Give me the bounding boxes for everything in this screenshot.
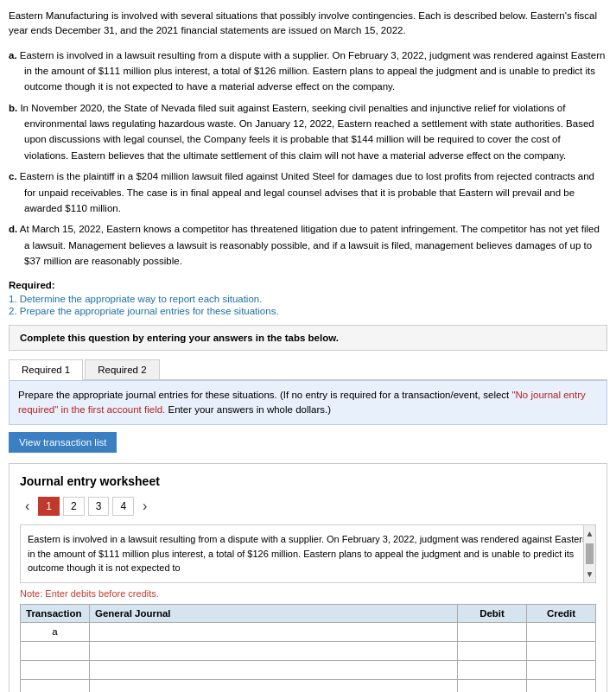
col-header-general-journal: General Journal	[90, 604, 458, 622]
col-header-debit: Debit	[458, 604, 527, 622]
debit-cell-3[interactable]	[458, 660, 527, 679]
credit-input-3[interactable]	[532, 664, 590, 675]
description-text: Eastern is involved in a lawsuit resulti…	[28, 534, 587, 573]
scroll-up-arrow[interactable]: ▲	[584, 525, 595, 542]
credit-input-4[interactable]	[532, 683, 590, 692]
general-journal-input-3[interactable]	[95, 664, 452, 675]
credit-cell-1[interactable]	[527, 622, 596, 641]
page-4-button[interactable]: 4	[112, 497, 134, 516]
situation-b: b. In November 2020, the State of Nevada…	[9, 100, 607, 164]
next-page-button[interactable]: ›	[137, 497, 152, 516]
description-box: Eastern is involved in a lawsuit resulti…	[20, 524, 596, 583]
debit-input-2[interactable]	[463, 645, 521, 656]
intro-paragraph: Eastern Manufacturing is involved with s…	[9, 9, 607, 39]
tabs-row: Required 1 Required 2	[9, 359, 607, 380]
credit-cell-2[interactable]	[527, 641, 596, 660]
credit-input-2[interactable]	[532, 645, 590, 656]
complete-instruction: Complete this question by entering your …	[9, 325, 607, 351]
debit-cell-1[interactable]	[458, 622, 527, 641]
col-header-credit: Credit	[527, 604, 596, 622]
general-journal-input-4[interactable]	[95, 683, 452, 692]
required-item-2: 2. Prepare the appropriate journal entri…	[9, 306, 607, 316]
journal-worksheet: Journal entry worksheet ‹ 1 2 3 4 › East…	[9, 463, 607, 692]
situation-a: a. Eastern is involved in a lawsuit resu…	[9, 48, 607, 95]
situation-c: c. Eastern is the plaintiff in a $204 mi…	[9, 168, 607, 216]
debit-cell-2[interactable]	[458, 641, 527, 660]
debit-input-4[interactable]	[463, 683, 521, 692]
scroll-down-arrow[interactable]: ▼	[584, 566, 595, 582]
tab-required-1[interactable]: Required 1	[9, 359, 83, 380]
page-2-button[interactable]: 2	[63, 497, 85, 516]
required-item-1: 1. Determine the appropriate way to repo…	[9, 294, 607, 304]
scroll-thumb	[586, 543, 594, 564]
col-header-transaction: Transaction	[21, 604, 90, 622]
table-row: a	[21, 622, 596, 641]
table-row	[21, 679, 596, 692]
highlight-text: "No journal entry required" in the first…	[18, 390, 586, 415]
required-title: Required:	[9, 280, 607, 290]
credit-cell-3[interactable]	[527, 660, 596, 679]
required-section: Required: 1. Determine the appropriate w…	[9, 280, 607, 316]
journal-table: Transaction General Journal Debit Credit…	[20, 604, 596, 692]
prev-page-button[interactable]: ‹	[20, 497, 35, 516]
description-scrollbar[interactable]: ▲ ▼	[583, 525, 595, 582]
general-journal-cell-2[interactable]	[90, 641, 458, 660]
debit-cell-4[interactable]	[458, 679, 527, 692]
journal-title: Journal entry worksheet	[20, 474, 596, 488]
general-journal-cell-1[interactable]	[90, 622, 458, 641]
transaction-cell-1: a	[21, 622, 90, 641]
table-row	[21, 660, 596, 679]
transaction-cell-4	[21, 679, 90, 692]
page-1-button[interactable]: 1	[38, 497, 60, 516]
general-journal-cell-3[interactable]	[90, 660, 458, 679]
general-journal-cell-4[interactable]	[90, 679, 458, 692]
debit-input-3[interactable]	[463, 664, 521, 675]
transaction-cell-3	[21, 660, 90, 679]
table-row	[21, 641, 596, 660]
credit-input-1[interactable]	[532, 626, 590, 637]
situation-d: d. At March 15, 2022, Eastern knows a co…	[9, 221, 607, 269]
view-transaction-button[interactable]: View transaction list	[9, 432, 117, 453]
instructions-box: Prepare the appropriate journal entries …	[9, 380, 607, 426]
transaction-cell-2	[21, 641, 90, 660]
situations-list: a. Eastern is involved in a lawsuit resu…	[9, 48, 607, 270]
pagination: ‹ 1 2 3 4 ›	[20, 497, 596, 516]
general-journal-input-2[interactable]	[95, 645, 452, 656]
note-text: Note: Enter debits before credits.	[20, 588, 596, 599]
debit-input-1[interactable]	[463, 626, 521, 637]
credit-cell-4[interactable]	[527, 679, 596, 692]
page-3-button[interactable]: 3	[88, 497, 110, 516]
tab-required-2[interactable]: Required 2	[85, 359, 159, 379]
general-journal-input-1[interactable]	[95, 626, 452, 637]
